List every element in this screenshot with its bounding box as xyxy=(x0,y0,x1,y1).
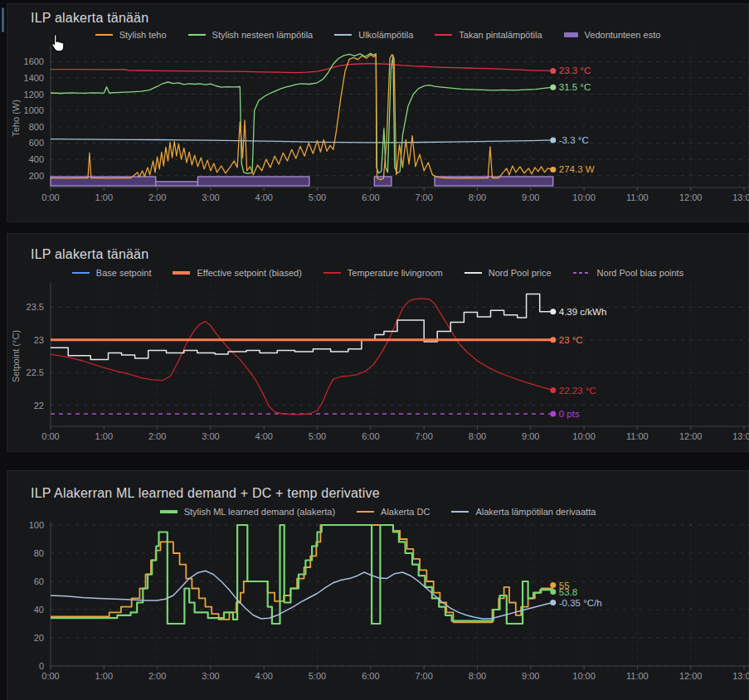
svg-text:274.3 W: 274.3 W xyxy=(559,164,595,174)
x-tick-label: 2:00 xyxy=(148,192,166,202)
svg-text:-0.35 °C/h: -0.35 °C/h xyxy=(559,598,602,608)
x-tick-label: 13:00 xyxy=(732,431,749,441)
x-tick-label: 6:00 xyxy=(362,431,379,441)
x-tick-label: 1:00 xyxy=(95,671,113,681)
legend-label: Stylish ML learned demand (alakerta) xyxy=(184,507,335,517)
legend-item[interactable]: Alakerta DC xyxy=(357,507,430,517)
y-tick-label: 23.5 xyxy=(27,302,44,312)
legend-line-swatch-icon xyxy=(357,511,374,513)
end-value-label: 22.23 °C xyxy=(550,386,596,396)
panel-title[interactable]: ILP Alakerran ML learned demand + DC + t… xyxy=(31,486,380,501)
x-tick-label: 4:00 xyxy=(255,431,273,441)
x-tick-label: 3:00 xyxy=(202,671,219,681)
legend-line-swatch-icon xyxy=(464,272,482,274)
x-tick-label: 2:00 xyxy=(148,671,166,681)
x-tick-label: 7:00 xyxy=(415,431,432,441)
end-value-label: 31.5 °C xyxy=(550,82,591,92)
end-value-label: 23 °C xyxy=(550,335,582,345)
x-tick-label: 12:00 xyxy=(679,671,703,681)
legend-thick-swatch-icon xyxy=(173,271,190,275)
legend-item[interactable]: Takan pintalämpötila xyxy=(435,30,542,40)
gridlines xyxy=(51,284,749,430)
x-tick-label: 5:00 xyxy=(309,431,326,441)
legend-item[interactable]: Vedontunteen esto xyxy=(564,30,661,40)
chart-demand[interactable]: 0:001:002:003:004:005:006:007:008:009:00… xyxy=(7,520,749,689)
x-tick-label: 12:00 xyxy=(679,192,703,202)
y-tick-label: 1200 xyxy=(24,90,44,100)
legend-power: Stylish tehoStylish nesteen lämpötilaUlk… xyxy=(7,30,748,40)
legend-band-swatch-icon xyxy=(564,32,578,37)
x-tick-label: 11:00 xyxy=(626,431,649,441)
legend-item[interactable]: Base setpoint xyxy=(72,268,152,278)
legend-item[interactable]: Nord Pool price xyxy=(464,268,552,278)
x-tick-label: 7:00 xyxy=(415,192,432,202)
x-tick-label: 3:00 xyxy=(202,192,219,202)
x-tick-label: 8:00 xyxy=(469,671,486,681)
y-tick-label: 40 xyxy=(34,605,44,615)
end-value-label: 274.3 W xyxy=(550,164,594,174)
panel-demand: ILP Alakerran ML learned demand + DC + t… xyxy=(7,470,749,700)
x-tick-label: 9:00 xyxy=(522,192,539,202)
svg-text:23 °C: 23 °C xyxy=(559,335,583,345)
legend-item[interactable]: Stylish teho xyxy=(95,30,167,40)
y-tick-label: 1400 xyxy=(24,73,44,83)
y-tick-label: 20 xyxy=(34,633,44,643)
x-tick-label: 6:00 xyxy=(362,192,379,202)
power-plot-area[interactable]: 0:001:002:003:004:005:006:007:008:009:00… xyxy=(7,44,749,210)
legend-item[interactable]: Alakerta lämpötilan derivaatta xyxy=(451,507,596,517)
legend-line-swatch-icon xyxy=(323,272,341,274)
legend-item[interactable]: Stylish ML learned demand (alakerta) xyxy=(160,507,335,517)
legend-line-swatch-icon xyxy=(72,272,90,274)
y-tick-label: 23 xyxy=(34,335,44,345)
legend-item[interactable]: Temperature livingroom xyxy=(323,268,443,278)
panel-setpoint: ILP alakerta tänään Base setpointEffecti… xyxy=(7,233,749,452)
x-tick-label: 9:00 xyxy=(522,431,539,441)
svg-text:4.39 c/kWh: 4.39 c/kWh xyxy=(559,307,607,317)
x-tick-label: 1:00 xyxy=(95,431,113,441)
svg-text:-3.3 °C: -3.3 °C xyxy=(559,135,589,145)
band-segment xyxy=(156,182,198,186)
legend-item[interactable]: Stylish nesteen lämpötila xyxy=(188,30,314,40)
mouse-pointer-hand-icon xyxy=(47,33,67,55)
legend-dash-swatch-icon xyxy=(573,272,591,274)
legend-label: Nord Pool bias points xyxy=(597,268,684,278)
legend-label: Ulkolämpötila xyxy=(358,30,413,40)
x-tick-label: 12:00 xyxy=(679,431,703,441)
y-tick-label: 600 xyxy=(29,138,44,148)
setpoint-plot-area[interactable]: 0:001:002:003:004:005:006:007:008:009:00… xyxy=(7,283,749,449)
x-tick-label: 0:00 xyxy=(41,192,59,202)
x-tick-label: 13:00 xyxy=(732,671,749,681)
scroll-indicator[interactable] xyxy=(2,7,4,32)
x-tick-label: 4:00 xyxy=(255,671,273,681)
panel-title[interactable]: ILP alakerta tänään xyxy=(31,11,148,26)
legend-label: Nord Pool price xyxy=(489,268,552,278)
x-tick-label: 8:00 xyxy=(469,192,486,202)
legend-label: Effective setpoint (biased) xyxy=(197,268,301,278)
svg-text:22.23 °C: 22.23 °C xyxy=(559,386,596,396)
legend-label: Alakerta lämpötilan derivaatta xyxy=(475,507,596,517)
svg-text:53.8: 53.8 xyxy=(559,587,577,597)
panel-title[interactable]: ILP alakerta tänään xyxy=(31,247,148,262)
svg-text:23.3 °C: 23.3 °C xyxy=(559,66,591,75)
y-tick-label: 22.5 xyxy=(27,367,44,377)
legend-thick-swatch-icon xyxy=(160,510,178,513)
end-value-label: -3.3 °C xyxy=(550,135,588,145)
legend-label: Stylish teho xyxy=(119,30,167,40)
x-tick-label: 5:00 xyxy=(309,671,326,681)
legend-item[interactable]: Nord Pool bias points xyxy=(573,268,684,278)
band-segment xyxy=(197,177,309,186)
y-tick-label: 22 xyxy=(34,401,44,411)
x-tick-label: 10:00 xyxy=(572,192,596,202)
legend-item[interactable]: Ulkolämpötila xyxy=(334,30,413,40)
y-axis-title: Setpoint (°C) xyxy=(11,330,21,382)
demand-plot-area[interactable]: 0:001:002:003:004:005:006:007:008:009:00… xyxy=(7,520,749,689)
legend-label: Base setpoint xyxy=(96,268,152,278)
legend-item[interactable]: Effective setpoint (biased) xyxy=(173,268,301,278)
x-tick-label: 5:00 xyxy=(309,192,326,202)
x-tick-label: 8:00 xyxy=(469,431,486,441)
x-tick-label: 7:00 xyxy=(415,671,432,681)
chart-power[interactable]: 0:001:002:003:004:005:006:007:008:009:00… xyxy=(7,44,749,210)
x-tick-label: 0:00 xyxy=(41,431,59,441)
chart-setpoint[interactable]: 0:001:002:003:004:005:006:007:008:009:00… xyxy=(7,283,749,449)
end-value-label: 4.39 c/kWh xyxy=(550,307,606,317)
